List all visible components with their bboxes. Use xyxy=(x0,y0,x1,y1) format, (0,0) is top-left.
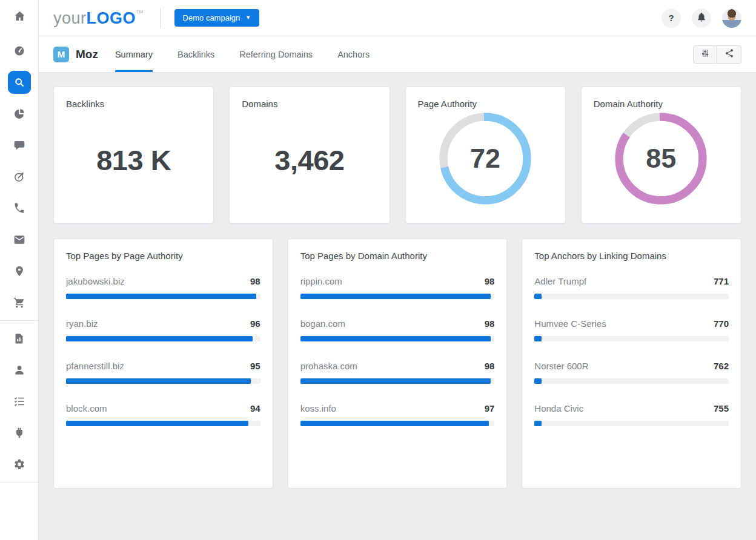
top-pages-page-authority-card: Top Pages by Page Authority jakubowski.b… xyxy=(53,239,273,489)
share-icon xyxy=(724,48,734,60)
moz-badge-icon: M xyxy=(53,47,69,62)
sidebar-item-ppc[interactable] xyxy=(0,98,39,130)
main-area: M Moz Summary Backlinks Referring Domain… xyxy=(39,36,756,540)
sidebar-item-reports[interactable] xyxy=(0,323,39,354)
chevron-down-icon: ▼ xyxy=(245,15,251,21)
card-title: Backlinks xyxy=(66,99,201,109)
tab-anchors[interactable]: Anchors xyxy=(337,36,370,72)
list-item: Honda Civic755 xyxy=(534,403,729,426)
item-value: 771 xyxy=(714,276,729,286)
pie-chart-icon xyxy=(13,108,25,120)
list-item: Adler Trumpf771 xyxy=(534,276,729,299)
progress-bar xyxy=(534,336,729,341)
ppc-click-icon xyxy=(13,171,25,183)
tab-summary[interactable]: Summary xyxy=(115,36,153,72)
filter-button[interactable] xyxy=(693,45,717,64)
item-label: block.com xyxy=(66,403,107,413)
item-value: 762 xyxy=(714,361,729,371)
dashboard-gauge-icon xyxy=(13,45,25,57)
item-value: 95 xyxy=(250,361,260,371)
progress-bar xyxy=(534,294,729,299)
sidebar-item-staff[interactable] xyxy=(0,354,39,386)
item-label: Norster 600R xyxy=(534,361,588,371)
sidebar-item-integrations[interactable] xyxy=(0,417,39,449)
list-item: ryan.biz96 xyxy=(66,318,260,341)
domain-authority-card: Domain Authority 85 xyxy=(581,87,741,223)
sidebar-item-ecommerce[interactable] xyxy=(0,287,39,318)
report-doc-icon xyxy=(13,333,25,344)
item-value: 97 xyxy=(485,403,495,413)
sidebar-item-settings[interactable] xyxy=(0,449,39,480)
progress-bar xyxy=(300,294,495,299)
notifications-button[interactable] xyxy=(692,8,711,28)
header-divider xyxy=(160,8,161,28)
page-authority-donut: 72 xyxy=(437,110,534,207)
sidebar-item-email[interactable] xyxy=(0,224,39,255)
question-mark-icon: ? xyxy=(668,13,674,23)
progress-bar xyxy=(66,378,260,384)
list-item: rippin.com98 xyxy=(300,276,495,299)
progress-bar xyxy=(300,336,495,341)
item-value: 755 xyxy=(714,403,729,413)
home-icon xyxy=(13,10,26,22)
logo-prefix: your xyxy=(53,8,87,28)
tab-referring-domains[interactable]: Referring Domains xyxy=(239,36,313,72)
gear-icon xyxy=(13,458,25,470)
sidebar-divider xyxy=(0,482,39,482)
tab-backlinks[interactable]: Backlinks xyxy=(177,36,214,72)
domains-value: 3,462 xyxy=(274,143,344,177)
logo-main: LOGO xyxy=(87,8,136,28)
backlinks-card: Backlinks 813 K xyxy=(53,87,214,223)
list-item: Humvee C-Series770 xyxy=(534,318,729,341)
item-label: Honda Civic xyxy=(534,403,583,413)
list-item: prohaska.com98 xyxy=(300,361,495,384)
item-label: jakubowski.biz xyxy=(66,276,125,286)
sidebar-nav xyxy=(0,31,38,484)
item-label: rippin.com xyxy=(300,276,342,286)
domain-authority-value: 85 xyxy=(612,110,709,207)
sidebar-item-local[interactable] xyxy=(0,255,39,287)
sidebar-item-seo[interactable] xyxy=(0,67,39,98)
dashboard-content: Backlinks 813 K Domains 3,462 Page Autho… xyxy=(39,73,756,502)
page-authority-value: 72 xyxy=(437,110,534,207)
campaign-selector-label: Demo campaign xyxy=(183,13,240,22)
toolbar-actions xyxy=(693,45,741,64)
list-item: koss.info97 xyxy=(300,403,495,426)
search-icon xyxy=(8,71,31,94)
sidebar-item-social[interactable] xyxy=(0,130,39,161)
item-value: 98 xyxy=(485,276,495,286)
sidebar xyxy=(0,0,39,540)
card-title: Domains xyxy=(242,99,377,109)
domains-card: Domains 3,462 xyxy=(229,87,390,223)
campaign-selector-button[interactable]: Demo campaign ▼ xyxy=(174,9,260,27)
sidebar-item-dashboard[interactable] xyxy=(0,35,39,67)
logo[interactable]: your LOGO TM xyxy=(53,8,144,28)
sidebar-item-tasks[interactable] xyxy=(0,386,39,417)
list-item: pfannerstill.biz95 xyxy=(66,361,260,384)
list-item: jakubowski.biz98 xyxy=(66,276,260,299)
list-item: block.com94 xyxy=(66,403,260,426)
sidebar-item-click-tracking[interactable] xyxy=(0,161,39,193)
phone-icon xyxy=(13,202,25,214)
help-button[interactable]: ? xyxy=(662,8,681,28)
user-avatar[interactable] xyxy=(722,8,741,28)
progress-bar xyxy=(534,421,729,426)
share-button[interactable] xyxy=(717,45,741,64)
list-card-row: Top Pages by Page Authority jakubowski.b… xyxy=(53,239,741,489)
sidebar-item-home[interactable] xyxy=(0,0,39,31)
item-value: 98 xyxy=(485,318,495,329)
card-title: Top Pages by Domain Authority xyxy=(300,251,495,261)
cart-icon xyxy=(13,297,25,309)
item-label: Humvee C-Series xyxy=(534,318,606,329)
sidebar-divider xyxy=(0,320,39,321)
sidebar-item-calls[interactable] xyxy=(0,193,39,224)
item-label: Adler Trumpf xyxy=(534,276,586,286)
mail-icon xyxy=(13,234,25,246)
stat-card-row: Backlinks 813 K Domains 3,462 Page Autho… xyxy=(53,87,741,223)
header-actions: ? xyxy=(662,8,741,28)
logo-tm: TM xyxy=(136,9,144,15)
moz-tabs: Summary Backlinks Referring Domains Anch… xyxy=(115,36,370,72)
top-anchors-card: Top Anchors by Linking Domains Adler Tru… xyxy=(522,239,741,489)
top-header: your LOGO TM Demo campaign ▼ ? xyxy=(39,0,756,36)
app-window: your LOGO TM Demo campaign ▼ ? M Moz xyxy=(0,0,756,540)
